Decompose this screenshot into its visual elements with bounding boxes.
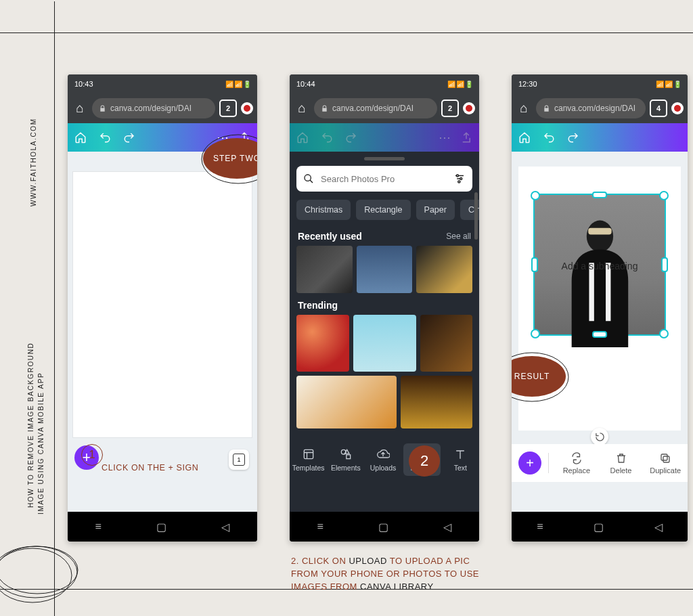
trending-photo-4[interactable]: [296, 376, 397, 428]
tab-templates-label: Templates: [292, 464, 325, 472]
svg-point-2: [0, 546, 78, 594]
redo-icon[interactable]: [123, 131, 135, 144]
url-field[interactable]: canva.com/design/DAI: [92, 98, 215, 118]
recent-photo-2[interactable]: [357, 246, 413, 293]
home-icon[interactable]: ⌂: [72, 101, 88, 116]
phone-step-one: 10:43 📶 📶 🔋 ⌂ canva.com/design/DAI 2 ⋯: [68, 74, 257, 542]
canva-home-icon[interactable]: [518, 131, 531, 144]
undo-icon[interactable]: [543, 131, 555, 144]
tab-elements[interactable]: Elements: [327, 447, 364, 472]
browser-address-bar: ⌂ canva.com/design/DAI 4: [512, 93, 688, 123]
blank-canvas[interactable]: [73, 172, 252, 437]
panel-scrollbar[interactable]: [474, 192, 478, 395]
nav-back-icon[interactable]: ◁: [221, 521, 229, 533]
tab-uploads[interactable]: Uploads: [364, 447, 401, 472]
clock: 10:44: [296, 80, 315, 88]
nav-back-icon[interactable]: ◁: [654, 521, 663, 533]
chip-rectangle[interactable]: Rectangle: [356, 200, 410, 220]
trending-label: Trending: [298, 300, 338, 311]
recent-thumbs: [290, 246, 479, 293]
elements-icon: [339, 447, 353, 461]
home-icon[interactable]: ⌂: [294, 101, 310, 116]
nav-home-icon[interactable]: ▢: [378, 521, 388, 533]
tab-count[interactable]: 2: [219, 100, 237, 117]
context-actions: + Replace Delete Duplicate: [512, 444, 688, 482]
search-icon: [303, 173, 314, 184]
delete-icon: [615, 452, 627, 464]
trending-header: Trending: [290, 293, 479, 315]
sheet-handle[interactable]: [364, 157, 405, 160]
filter-icon[interactable]: [453, 173, 466, 185]
see-all-link[interactable]: See all: [446, 232, 471, 241]
result-outline: [512, 351, 570, 403]
nav-recent-icon[interactable]: ≡: [95, 521, 102, 533]
tab-templates[interactable]: Templates: [290, 447, 327, 472]
status-bar: 10:44 📶 📶 🔋: [290, 74, 479, 93]
trending-photo-3[interactable]: [420, 315, 473, 372]
url-text: canva.com/design/DAI: [554, 104, 635, 113]
trending-photo-5[interactable]: [401, 376, 472, 428]
status-icons: 📶 📶 🔋: [656, 81, 681, 88]
browser-menu-icon[interactable]: [671, 102, 684, 114]
nav-home-icon[interactable]: ▢: [594, 521, 604, 533]
selection-frame[interactable]: Add a subheading: [533, 194, 666, 336]
svg-rect-16: [661, 454, 667, 460]
recent-photo-3[interactable]: [416, 246, 472, 293]
subheading-text[interactable]: Add a subheading: [535, 261, 665, 271]
tab-text-label: Text: [454, 464, 467, 472]
trending-photo-1[interactable]: [296, 315, 349, 372]
nav-recent-icon[interactable]: ≡: [317, 521, 323, 533]
tab-count[interactable]: 4: [650, 100, 667, 117]
tab-text[interactable]: Text: [442, 447, 479, 472]
nav-recent-icon[interactable]: ≡: [537, 521, 543, 533]
step-1-annotation: CLICK ON THE + SIGN: [102, 463, 199, 472]
nav-back-icon[interactable]: ◁: [443, 521, 451, 533]
action-duplicate[interactable]: Duplicate: [643, 452, 688, 475]
redo-icon[interactable]: [345, 131, 357, 144]
undo-icon[interactable]: [99, 131, 111, 144]
browser-menu-icon[interactable]: [463, 102, 475, 114]
step-number-2: 2: [409, 445, 440, 477]
svg-rect-10: [346, 455, 351, 459]
more-icon[interactable]: ⋯: [439, 130, 451, 145]
redo-icon[interactable]: [567, 131, 579, 144]
step-number-1: 1: [81, 444, 103, 466]
lock-icon: [543, 105, 550, 112]
site-url: WWW.FAITHOLA.COM: [30, 118, 37, 206]
browser-menu-icon[interactable]: [241, 102, 253, 114]
suggestion-chips: Christmas Rectangle Paper Circle Arro: [290, 196, 479, 224]
chip-christmas[interactable]: Christmas: [296, 200, 351, 220]
status-icons: 📶 📶 🔋: [225, 81, 250, 88]
uploads-icon: [376, 447, 390, 461]
phone-step-two: 10:44 📶 📶 🔋 ⌂ canva.com/design/DAI 2 ⋯: [290, 74, 479, 542]
url-text: canva.com/design/DAI: [110, 104, 192, 113]
trending-photo-2[interactable]: [353, 315, 416, 372]
search-input[interactable]: [319, 173, 448, 185]
text-icon: [453, 447, 467, 461]
url-field[interactable]: canva.com/design/DAI: [536, 98, 646, 118]
share-icon[interactable]: [460, 131, 472, 144]
svg-point-1: [0, 548, 72, 602]
search-field[interactable]: [296, 166, 472, 192]
canva-home-icon[interactable]: [74, 131, 87, 144]
home-icon[interactable]: ⌂: [516, 101, 532, 116]
svg-point-5: [457, 175, 459, 177]
android-nav: ≡ ▢ ◁: [68, 512, 257, 542]
pages-button[interactable]: 1: [229, 449, 249, 470]
canva-home-icon[interactable]: [296, 131, 309, 144]
tab-count[interactable]: 2: [441, 100, 459, 117]
action-delete[interactable]: Delete: [599, 452, 644, 475]
recent-photo-1[interactable]: [296, 246, 353, 293]
url-text: canva.com/design/DAI: [332, 104, 413, 113]
action-replace[interactable]: Replace: [554, 452, 599, 475]
undo-icon[interactable]: [321, 131, 333, 144]
chip-paper[interactable]: Paper: [416, 200, 455, 220]
rotate-handle[interactable]: [591, 428, 608, 445]
nav-home-icon[interactable]: ▢: [156, 521, 166, 533]
editor-tabs: Templates Elements Uploads Photos Text: [290, 437, 479, 482]
status-bar: 12:30 📶 📶 🔋: [512, 74, 688, 93]
add-button[interactable]: +: [518, 452, 541, 475]
url-field[interactable]: canva.com/design/DAI: [314, 98, 437, 118]
canvas-area[interactable]: Add a subheading + Replace Delete: [512, 152, 688, 512]
action-delete-label: Delete: [610, 466, 632, 475]
